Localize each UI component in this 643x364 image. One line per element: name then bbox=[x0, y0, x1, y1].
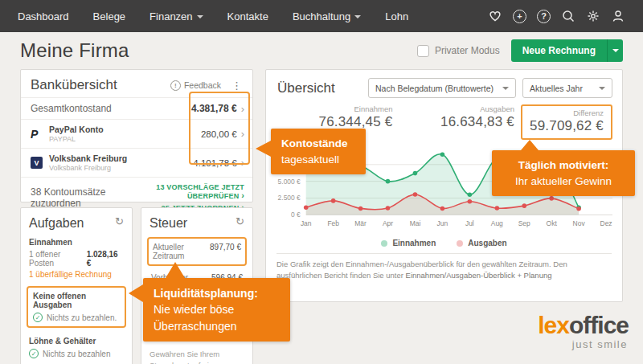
callout-liquidity: Liquiditätsplanung: Nie wieder böse Über… bbox=[143, 278, 290, 342]
callout-arrow-left bbox=[129, 284, 143, 302]
nav-item-kontakte[interactable]: Kontakte bbox=[227, 10, 268, 22]
svg-text:Apr: Apr bbox=[383, 219, 393, 227]
chevron-down-icon bbox=[502, 87, 509, 90]
search-icon[interactable] bbox=[561, 9, 575, 23]
filter-mode-select[interactable]: Nach Belegdatum (Bruttowerte) bbox=[368, 78, 516, 98]
expenses-status-row: ✓ Nichts zu bezahlen. bbox=[33, 313, 120, 322]
legend-dot-green bbox=[381, 240, 387, 247]
stat-expenses: Ausgaben 16.634,83 € bbox=[399, 104, 522, 130]
bank-total-label: Gesamtkontostand bbox=[31, 103, 112, 114]
bank-panel-title: Bankübersicht bbox=[31, 77, 117, 93]
tasks-income-header: Einnahmen bbox=[29, 238, 124, 247]
overview-panel-title: Übersicht bbox=[277, 80, 335, 96]
callout-profit: Täglich motiviert: Ihr aktueller Gewinn bbox=[492, 150, 635, 196]
account-subtitle: PAYPAL bbox=[49, 135, 104, 143]
lexoffice-logo: lexoffice just smile bbox=[510, 313, 629, 350]
account-value: 280,00 € bbox=[201, 129, 237, 139]
svg-text:Aug: Aug bbox=[491, 219, 503, 227]
callout-arrow-up bbox=[521, 140, 539, 150]
chevron-right-icon: › bbox=[241, 190, 244, 200]
new-invoice-dropdown-button[interactable] bbox=[607, 39, 623, 62]
svg-text:Feb: Feb bbox=[327, 219, 339, 227]
top-navigation: Dashboard Belege Finanzen Kontakte Buchh… bbox=[0, 0, 643, 32]
private-mode-checkbox[interactable] bbox=[417, 45, 429, 57]
open-item-row[interactable]: 1 offener Posten 1.028,16 € bbox=[29, 250, 124, 268]
tax-current-value: 897,70 € bbox=[210, 243, 241, 252]
callout-arrow-left bbox=[256, 141, 271, 157]
legend-dot-red bbox=[457, 240, 463, 247]
svg-text:5.000 €: 5.000 € bbox=[278, 178, 301, 186]
bank-total-value: 4.381,78 € bbox=[191, 103, 237, 114]
wages-status-row: ✓ Nichts zu bezahlen bbox=[29, 349, 124, 358]
nav-item-dashboard[interactable]: Dashboard bbox=[18, 10, 69, 22]
svg-text:Jan: Jan bbox=[301, 219, 312, 227]
difference-highlight-box: Differenz 59.709,62 € bbox=[521, 104, 612, 140]
callout-arrow-up bbox=[166, 262, 185, 278]
stat-difference: Differenz 59.709,62 € bbox=[521, 104, 612, 140]
stat-income: Einnahmen 76.344,45 € bbox=[277, 104, 399, 130]
bank-account-row-volksbank[interactable]: V Volksbank Freiburg Volksbank Freiburg … bbox=[21, 148, 252, 177]
page-title: Meine Firma bbox=[20, 39, 129, 62]
private-mode-label: Privater Modus bbox=[435, 45, 500, 56]
svg-text:0 €: 0 € bbox=[291, 211, 301, 219]
chevron-right-icon: › bbox=[241, 104, 244, 114]
overdue-invoice-link[interactable]: 1 überfällige Rechnung bbox=[29, 270, 124, 279]
tasks-expenses-header: Keine offenen Ausgaben bbox=[33, 292, 120, 309]
bank-overview-panel: Bankübersicht ! Feedback ⋮ Gesamtkontost… bbox=[20, 69, 253, 202]
gear-icon[interactable] bbox=[586, 9, 600, 23]
svg-text:Dez: Dez bbox=[600, 219, 612, 227]
chevron-down-icon bbox=[612, 49, 619, 52]
review-suggestions-link[interactable]: 13 VORSCHLÄGE JETZT ÜBERPRÜFEN › bbox=[130, 183, 244, 200]
account-value: 4.101,78 € bbox=[193, 158, 236, 168]
tax-panel-title: Steuer bbox=[149, 216, 187, 231]
open-item-value: 1.028,16 € bbox=[87, 250, 124, 268]
nav-item-buchhaltung[interactable]: Buchhaltung bbox=[293, 10, 361, 22]
help-icon[interactable]: ? bbox=[537, 10, 551, 23]
bank-account-row-paypal[interactable]: P PayPal Konto PAYPAL 280,00 € › bbox=[21, 119, 252, 148]
chevron-right-icon: › bbox=[241, 129, 244, 139]
logo-tagline: just smile bbox=[510, 338, 629, 350]
refresh-icon[interactable]: ↻ bbox=[235, 216, 244, 227]
heart-icon[interactable] bbox=[488, 9, 502, 23]
legend-expenses: Ausgaben bbox=[457, 239, 506, 247]
account-name: PayPal Konto bbox=[49, 125, 104, 134]
user-icon[interactable] bbox=[611, 9, 625, 23]
filter-period-select[interactable]: Aktuelles Jahr bbox=[522, 78, 612, 98]
tasks-wages-header: Löhne & Gehälter bbox=[29, 337, 124, 346]
svg-text:Jul: Jul bbox=[465, 219, 474, 227]
paypal-icon: P bbox=[31, 128, 43, 141]
report-link[interactable]: Einnahmen/Ausgaben-Überblick + Planung bbox=[406, 271, 552, 280]
private-mode-toggle[interactable]: Privater Modus bbox=[417, 45, 500, 57]
svg-text:Nov: Nov bbox=[573, 219, 586, 227]
tax-note: Gewähren Sie Ihrem Steuerberater freien … bbox=[149, 349, 244, 364]
chevron-down-icon bbox=[599, 87, 605, 90]
bank-total-row[interactable]: Gesamtkontostand 4.381,78 € › bbox=[21, 97, 252, 119]
chart-description: Die Grafik zeigt den Einnahmen-/Ausgaben… bbox=[276, 253, 612, 282]
kebab-menu-icon[interactable]: ⋮ bbox=[229, 80, 244, 92]
add-icon[interactable]: + bbox=[513, 10, 526, 23]
check-icon: ✓ bbox=[29, 349, 39, 358]
legend-income: Einnahmen bbox=[381, 239, 436, 247]
account-name: Volksbank Freiburg bbox=[49, 153, 127, 163]
svg-text:Sep: Sep bbox=[518, 219, 530, 227]
pending-transactions-label: 38 Kontoumsätze zuzuordnen bbox=[31, 186, 130, 209]
nav-item-finanzen[interactable]: Finanzen bbox=[149, 10, 203, 22]
chevron-down-icon bbox=[197, 15, 203, 18]
tasks-panel-title: Aufgaben bbox=[29, 216, 84, 231]
tax-current-row[interactable]: Aktueller Zeitraum 897,70 € bbox=[153, 242, 241, 261]
svg-text:Okt: Okt bbox=[547, 219, 558, 227]
feedback-button[interactable]: ! Feedback bbox=[170, 80, 221, 91]
chevron-right-icon: › bbox=[241, 157, 244, 168]
tax-current-highlight-box: Aktueller Zeitraum 897,70 € bbox=[147, 237, 247, 266]
nav-item-belege[interactable]: Belege bbox=[93, 10, 125, 22]
expenses-highlight-box: Keine offenen Ausgaben ✓ Nichts zu bezah… bbox=[27, 286, 126, 328]
new-invoice-button[interactable]: Neue Rechnung bbox=[511, 39, 607, 62]
refresh-icon[interactable]: ↻ bbox=[115, 216, 124, 227]
svg-text:Mai: Mai bbox=[410, 219, 421, 227]
svg-text:Jun: Jun bbox=[437, 219, 448, 227]
volksbank-icon: V bbox=[31, 157, 43, 169]
svg-text:2.500 €: 2.500 € bbox=[278, 194, 301, 202]
nav-item-lohn[interactable]: Lohn bbox=[385, 10, 408, 22]
check-icon: ✓ bbox=[33, 313, 43, 322]
page-header: Meine Firma Privater Modus Neue Rechnung bbox=[0, 32, 643, 69]
